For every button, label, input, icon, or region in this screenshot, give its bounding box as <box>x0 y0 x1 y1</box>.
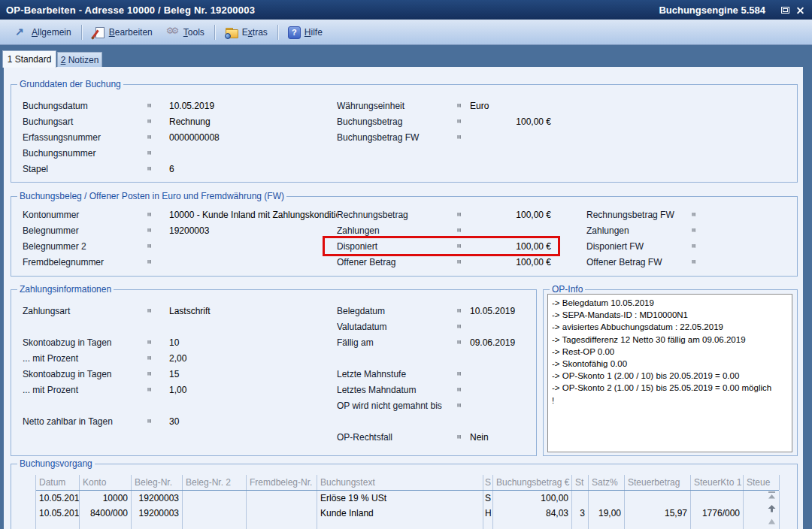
toolbar-item-hilfe[interactable]: Hilfe <box>281 25 329 40</box>
field-skonto-prozent-1: ... mit Prozent2,00 <box>23 350 186 366</box>
table-cell: Kunde Inland <box>317 506 483 521</box>
bullet-icon <box>147 356 151 360</box>
table-cell: H <box>483 506 493 521</box>
bullet-icon <box>457 309 461 313</box>
toolbar-label: Allgemein <box>32 27 71 38</box>
toolbar-separator <box>277 25 278 40</box>
bullet-icon <box>147 419 151 423</box>
toolbar-item-allgemein[interactable]: Allgemein <box>8 25 78 40</box>
group-title: Buchungsvorgang <box>17 458 95 469</box>
column-header[interactable]: Fremdbeleg-Nr. <box>247 475 317 490</box>
field-op-nicht-gemahnt: OP wird nicht gemahnt bis <box>337 398 470 413</box>
toolbar-separator <box>214 25 215 40</box>
table-row[interactable]: 10.05.2019 10000 19200003 Erlöse 19 % US… <box>36 491 779 506</box>
field-buchungsnummer: Buchungsnummer <box>23 145 169 161</box>
bullet-icon <box>457 104 461 107</box>
close-button[interactable] <box>794 4 806 16</box>
bullet-icon <box>457 325 461 328</box>
table-cell: 1776/000 <box>691 506 744 521</box>
table-cell: 3 <box>572 506 589 521</box>
bullet-icon <box>147 213 151 216</box>
tab-notizen[interactable]: 2 Notizen <box>57 52 102 68</box>
edit-page-icon <box>92 26 105 38</box>
bullet-icon <box>147 260 151 264</box>
toolbar-item-tools[interactable]: Tools <box>159 25 211 40</box>
column-header[interactable]: S <box>483 475 493 490</box>
table-cell <box>625 491 691 506</box>
op-info-line: -> OP-Skonto 2 (1.00 / 15) bis 25.05.201… <box>552 382 788 394</box>
arrow-up-right-icon <box>14 26 27 38</box>
column-header[interactable]: Beleg-Nr. 2 <box>183 475 247 490</box>
field-belegnummer: Belegnummer19200003 <box>23 222 209 238</box>
bullet-icon <box>457 404 461 407</box>
toolbar-item-bearbeiten[interactable]: Bearbeiten <box>85 25 159 40</box>
field-letzte-mahnstufe: Letzte Mahnstufe <box>337 366 470 382</box>
bullet-icon <box>147 244 151 248</box>
table-cell <box>247 491 317 506</box>
table-cell: 10000 <box>80 491 132 506</box>
field-fremdbelegnummer: Fremdbelegnummer <box>23 254 169 270</box>
engine-version-label: Buchungsengine 5.584 <box>659 5 765 16</box>
restore-button[interactable] <box>779 4 791 16</box>
scroll-up-page-icon[interactable] <box>768 518 776 524</box>
column-header[interactable]: Beleg-Nr. <box>132 475 183 490</box>
column-header[interactable]: Buchungsbetrag € <box>493 475 572 490</box>
field-zahlungsart: ZahlungsartLastschrift <box>23 303 211 319</box>
toolbar-label: Hilfe <box>304 27 323 38</box>
folder-dot-icon <box>225 33 231 39</box>
tab-standard[interactable]: 1 Standard <box>2 50 56 68</box>
field-skonto-prozent-2: ... mit Prozent1,00 <box>23 382 186 398</box>
op-info-line: -> OP-Skonto 1 (2.00 / 10) bis 20.05.201… <box>552 370 788 382</box>
field-belegnummer-2: Belegnummer 2 <box>23 238 169 254</box>
table-cell: 10.05.2019 <box>36 491 80 506</box>
toolbar: Allgemein Bearbeiten Tools Extras Hilfe <box>0 20 812 45</box>
column-header[interactable]: Buchungstext <box>317 475 483 490</box>
table-row[interactable]: 10.05.2019 8400/000 19200003 Kunde Inlan… <box>36 506 779 521</box>
op-info-line: -> SEPA-Mandats-ID : MD10000N1 <box>552 309 788 321</box>
column-header[interactable]: St <box>572 475 589 490</box>
table-header-row: Datum Konto Beleg-Nr. Beleg-Nr. 2 Fremdb… <box>36 475 779 491</box>
table-cell <box>183 491 247 506</box>
field-waehrungseinheit: WährungseinheitEuro <box>337 98 489 113</box>
column-header[interactable]: Steuerbetrag <box>625 475 691 490</box>
table-cell <box>183 506 247 521</box>
bullet-icon <box>147 167 151 171</box>
toolbar-separator <box>81 25 82 40</box>
bullet-icon <box>147 340 151 344</box>
column-header[interactable]: SteuerKto 1 <box>691 475 744 490</box>
table-cell <box>691 491 744 506</box>
table-cell: 19,00 <box>589 506 625 521</box>
field-faellig-am: Fällig am09.06.2019 <box>337 334 515 350</box>
table-cell: 100,00 <box>493 491 572 506</box>
app-window: OP-Bearbeiten - Adresse 10000 / Beleg Nr… <box>0 0 812 529</box>
group-title: Grunddaten der Buchung <box>17 79 123 89</box>
close-icon <box>796 6 804 14</box>
table-cell: 8400/000 <box>80 506 132 521</box>
field-rechnungsbetrag-fw: Rechnungsbetrag FW <box>586 207 704 222</box>
column-header[interactable]: Konto <box>80 475 132 490</box>
scroll-up-icon[interactable] <box>768 505 776 512</box>
column-header[interactable]: Datum <box>36 475 80 490</box>
toolbar-label: Bearbeiten <box>109 27 153 38</box>
bullet-icon <box>457 213 461 216</box>
group-title: OP-Info <box>550 284 585 295</box>
bookings-table: Datum Konto Beleg-Nr. Beleg-Nr. 2 Fremdb… <box>35 475 779 529</box>
group-title: Zahlungsinformationen <box>17 284 114 295</box>
field-skontoabzug-1: Skontoabzug in Tagen10 <box>23 334 179 350</box>
table-cell: 15,97 <box>625 506 691 521</box>
field-valutadatum: Valutadatum <box>337 319 470 334</box>
field-stapel: Stapel6 <box>23 161 174 177</box>
bullet-icon <box>457 435 461 439</box>
bullet-icon <box>692 228 695 232</box>
field-belegdatum: Belegdatum10.05.2019 <box>337 303 515 319</box>
bullet-icon <box>457 340 461 344</box>
bullet-icon <box>147 104 151 107</box>
toolbar-label: Extras <box>242 27 268 38</box>
toolbar-item-extras[interactable]: Extras <box>218 25 274 40</box>
table-filler-row <box>36 521 779 529</box>
scroll-to-top-icon[interactable] <box>768 491 776 499</box>
field-rechnungsbetrag: Rechnungsbetrag100,00 € <box>337 207 551 222</box>
op-info-line: -> Rest-OP 0.00 <box>552 346 788 358</box>
column-header[interactable]: Steue <box>744 475 780 490</box>
column-header[interactable]: Satz% <box>589 475 625 490</box>
